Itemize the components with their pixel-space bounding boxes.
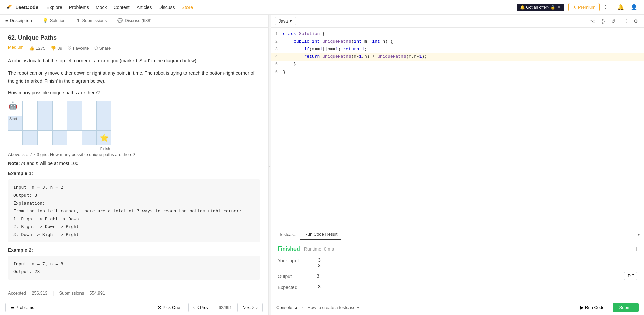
brand-name: LeetCode	[15, 4, 38, 10]
your-input-row: Your input 3 2	[278, 257, 637, 268]
expected-value: 3	[318, 284, 321, 289]
your-input-label: Your input	[278, 257, 311, 263]
nav-discuss[interactable]: Discuss	[159, 5, 175, 10]
page-indicator: 62/991	[216, 305, 235, 310]
tab-description[interactable]: ≡ Description	[0, 15, 37, 27]
prev-arrow-icon: ‹	[193, 305, 195, 310]
pick-one-button[interactable]: ✕ Pick One	[153, 303, 185, 312]
example2-title: Example 2:	[8, 247, 260, 253]
nav-mock[interactable]: Mock	[96, 5, 107, 10]
submit-button[interactable]: Submit	[613, 303, 639, 312]
offer-close-icon[interactable]: ✕	[557, 5, 561, 10]
next-button[interactable]: Next > ›	[237, 303, 263, 312]
code-editor[interactable]: 1 class Solution { 2 public int uniquePa…	[271, 28, 644, 101]
chevron-down-icon: ▾	[290, 18, 292, 24]
grid-cell	[67, 116, 82, 131]
leetcode-logo-icon	[5, 3, 13, 11]
expected-label: Expected	[278, 284, 311, 290]
nav-explore[interactable]: Explore	[46, 5, 62, 10]
grid-cell	[52, 101, 67, 116]
run-code-button[interactable]: ▶ Run Code	[575, 303, 610, 312]
grid-cell	[67, 101, 82, 116]
thumbs-down-icon: 👎	[51, 46, 56, 51]
resize-handle[interactable]: ⋮	[268, 15, 271, 315]
grid-cell	[67, 131, 82, 145]
submissions-label: Submissions	[59, 290, 84, 296]
thumbs-up-icon: 👍	[29, 46, 34, 51]
expected-row: Expected 3	[278, 284, 637, 290]
description-icon: ≡	[5, 18, 8, 23]
bottom-panel: Testcase Run Code Result ▾ Finished Runt…	[271, 229, 644, 300]
problem-tabs: ≡ Description 💡 Solution ⬆ Submissions 💬…	[0, 15, 268, 28]
prev-button[interactable]: ‹ < Prev	[188, 303, 213, 312]
robot-icon: 🤖	[8, 101, 17, 110]
offer-badge: 🔔 Got an offer? 🔒 ✕	[517, 4, 565, 11]
example1-title: Example 1:	[8, 171, 260, 176]
code-line-3: 3 if(m==1||n==1) return 1;	[271, 46, 644, 53]
bottom-bar-left: ☰ Problems	[5, 303, 39, 312]
editor-header: Java ▾ ⌥ {} ↺ ⛶ ⚙	[271, 15, 644, 28]
grid-cell	[82, 116, 97, 131]
testcase-link[interactable]: How to create a testcase ▾	[308, 305, 359, 310]
format-icon[interactable]: ⌥	[588, 17, 597, 25]
editor-spacer	[271, 101, 644, 229]
grid-cell	[52, 131, 67, 145]
user-avatar[interactable]: 👤	[629, 3, 639, 12]
diff-button[interactable]: Diff	[624, 272, 637, 280]
panel-expand-button[interactable]: ▾	[638, 232, 640, 237]
console-bar-left: Console ▲ • How to create a testcase ▾	[276, 305, 359, 310]
grid-cell-start: 🤖	[8, 101, 23, 116]
problem-desc-2: The robot can only move either down or r…	[8, 69, 260, 85]
nav-store[interactable]: Store	[182, 5, 193, 10]
offer-text: 🔔 Got an offer? 🔒	[520, 5, 556, 10]
settings-icon[interactable]: ⚙	[632, 17, 640, 25]
expand-editor-icon[interactable]: ⛶	[620, 17, 629, 25]
nav-contest[interactable]: Contest	[113, 5, 129, 10]
grid-cell	[97, 116, 111, 131]
tab-solution[interactable]: 💡 Solution	[37, 15, 71, 27]
notification-icon[interactable]: 🔔	[616, 3, 625, 12]
undo-icon[interactable]: ↺	[609, 17, 618, 25]
expand-icon[interactable]: ⛶	[604, 3, 612, 12]
example1-block: Input: m = 3, n = 2 Output: 3 Explanatio…	[8, 179, 260, 242]
tab-discuss[interactable]: 💬 Discuss (688)	[112, 15, 157, 27]
grid-cell	[8, 131, 23, 145]
difficulty-badge: Medium	[8, 45, 23, 50]
grid-cell	[38, 131, 52, 145]
output-value: 3	[317, 273, 319, 279]
left-panel: ≡ Description 💡 Solution ⬆ Submissions 💬…	[0, 15, 268, 315]
next-arrow-icon: ›	[256, 305, 258, 310]
console-toggle[interactable]: Console ▲	[276, 305, 298, 310]
tab-submissions[interactable]: ⬆ Submissions	[71, 15, 112, 27]
problems-button[interactable]: ☰ Problems	[5, 303, 39, 312]
grid-row-2	[8, 116, 111, 131]
example2-content: Input: m = 7, n = 3 Output: 28	[13, 260, 255, 276]
problem-desc-1: A robot is located at the top-left corne…	[8, 57, 260, 65]
premium-button[interactable]: ★ Premium	[568, 3, 600, 11]
info-icon[interactable]: ℹ	[636, 246, 637, 252]
tab-run-code-result[interactable]: Run Code Result	[300, 229, 341, 240]
share-button[interactable]: ⬡ Share	[94, 46, 111, 51]
tab-testcase[interactable]: Testcase	[275, 229, 300, 240]
result-content: Finished Runtime: 0 ms ℹ Your input 3 2 …	[271, 240, 644, 300]
code-line-2: 2 public int uniquePaths(int m, int n) {	[271, 38, 644, 46]
submissions-icon: ⬆	[76, 18, 80, 23]
code-line-4: 4 return uniquePaths(m-1,n) + uniquePath…	[271, 53, 644, 61]
thumbs-down-button[interactable]: 👎 89	[51, 46, 62, 51]
nav-problems[interactable]: Problems	[69, 5, 89, 10]
nav-articles[interactable]: Articles	[137, 5, 152, 10]
editor-tools: ⌥ {} ↺ ⛶ ⚙	[588, 17, 640, 25]
code-line-5: 5 }	[271, 61, 644, 69]
grid-cell	[82, 131, 97, 145]
console-bar: Console ▲ • How to create a testcase ▾ ▶…	[271, 300, 644, 315]
share-icon: ⬡	[94, 46, 98, 51]
language-selector[interactable]: Java ▾	[275, 17, 296, 25]
bottom-bar-center: ✕ Pick One ‹ < Prev 62/991 Next > ›	[153, 303, 263, 312]
thumbs-up-button[interactable]: 👍 1275	[29, 46, 45, 51]
favorite-button[interactable]: ♡ Favorite	[68, 46, 89, 51]
grid-cell	[38, 116, 52, 131]
braces-icon[interactable]: {}	[600, 17, 607, 25]
problem-content: 62. Unique Paths Medium 👍 1275 👎 89 ♡ Fa…	[0, 28, 268, 286]
navbar-right: 🔔 Got an offer? 🔒 ✕ ★ Premium ⛶ 🔔 👤	[517, 3, 639, 12]
status-finished: Finished	[278, 246, 300, 252]
